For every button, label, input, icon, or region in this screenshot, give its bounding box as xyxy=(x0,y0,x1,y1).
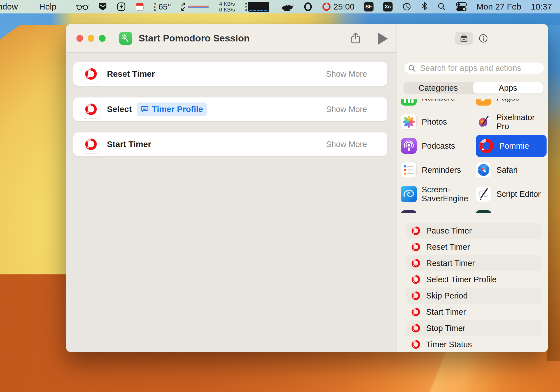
stacked-chevron-icon[interactable] xyxy=(98,2,107,11)
action-item-start-timer[interactable]: Start Timer xyxy=(406,304,542,320)
panel-separator xyxy=(396,213,548,213)
app-grid-viewport[interactable]: Numbers Pages xyxy=(396,99,548,213)
temperature-sensor[interactable]: SEN 65° xyxy=(154,2,171,11)
pommie-ring-icon xyxy=(411,242,421,252)
sf-symbols-badge[interactable]: SF xyxy=(364,2,374,11)
show-more-button[interactable]: Show More xyxy=(326,105,367,114)
pixelmator-pro-app-icon xyxy=(476,114,491,130)
timer-profile-token[interactable]: Timer Profile xyxy=(137,102,207,116)
app-grid-row: Podcasts Pommie xyxy=(401,134,548,158)
pommie-ring-icon xyxy=(411,275,421,284)
library-toggle-button[interactable] xyxy=(455,32,473,45)
app-tile-pixelmator-pro[interactable]: Pixelmator Pro xyxy=(476,110,547,134)
app-tile-pages[interactable]: Pages xyxy=(476,99,547,110)
cpu-meter[interactable]: CPU xyxy=(244,2,269,12)
action-title: Reset Timer xyxy=(107,69,155,79)
window-title: Start Pomodoro Session xyxy=(139,24,250,53)
network-arrows-icon[interactable] xyxy=(181,3,210,11)
history-icon[interactable] xyxy=(402,2,412,11)
action-card-start-timer[interactable]: Start Timer Show More xyxy=(73,132,387,156)
shortcut-editor: Reset Timer Show More Select Timer Profi… xyxy=(66,53,396,352)
run-shortcut-button[interactable] xyxy=(378,33,388,45)
wallpaper-right-edge xyxy=(547,13,560,361)
cut-app-icon xyxy=(476,210,491,213)
action-title: Start Timer xyxy=(107,139,151,149)
action-item-stop-timer[interactable]: Stop Timer xyxy=(406,320,542,336)
tab-apps[interactable]: Apps xyxy=(473,82,543,94)
menu-help[interactable]: Help xyxy=(39,2,57,11)
app-grid-row xyxy=(401,206,548,213)
action-card-reset-timer[interactable]: Reset Timer Show More xyxy=(73,62,387,86)
podcasts-app-icon xyxy=(401,138,417,154)
lightning-app-icon[interactable] xyxy=(117,2,126,11)
pommie-ring-icon xyxy=(411,291,421,300)
pommie-menubar-timer[interactable]: 25:00 xyxy=(322,2,354,11)
cut-app-icon xyxy=(401,210,417,213)
tab-categories[interactable]: Categories xyxy=(403,82,473,94)
cpu-label: CPU xyxy=(244,3,247,11)
action-card-select-timer-profile[interactable]: Select Timer Profile Show More xyxy=(73,97,387,121)
pommie-ring-icon xyxy=(411,323,421,333)
search-input[interactable] xyxy=(403,62,544,74)
token-label: Timer Profile xyxy=(152,104,203,114)
app-tile-podcasts[interactable]: Podcasts xyxy=(401,134,473,158)
show-more-button[interactable]: Show More xyxy=(326,69,367,79)
network-speed[interactable]: 4 KB/s0 KB/s xyxy=(219,1,235,13)
genie-lamp-icon[interactable] xyxy=(280,2,294,11)
app-tile-safari[interactable]: Safari xyxy=(476,158,547,182)
action-item-select-timer-profile[interactable]: Select Timer Profile xyxy=(406,271,542,288)
minimize-button[interactable] xyxy=(88,35,94,42)
menubar-date[interactable]: Mon 27 Feb xyxy=(477,2,521,11)
show-more-button[interactable]: Show More xyxy=(326,140,367,149)
reminders-app-icon xyxy=(401,162,417,178)
menubar-clock[interactable]: 10:37 xyxy=(531,2,552,11)
timer-value: 25:00 xyxy=(333,2,354,11)
app-grid-row: Reminders Safari xyxy=(401,158,548,182)
app-tile-script-editor[interactable]: Script Editor xyxy=(476,182,547,206)
pommie-action-icon xyxy=(82,135,100,153)
script-editor-app-icon xyxy=(476,186,491,202)
menu-window-partial[interactable]: ndow xyxy=(0,2,18,11)
xcode-badge[interactable]: Xc xyxy=(383,2,393,11)
zoom-button[interactable] xyxy=(99,35,106,42)
action-item-pause-timer[interactable]: Pause Timer xyxy=(406,223,542,239)
pommie-ring-icon xyxy=(411,226,421,235)
shortcut-icon xyxy=(119,32,132,45)
search-icon xyxy=(408,64,416,73)
action-item-timer-status[interactable]: Timer Status xyxy=(406,336,542,352)
info-button[interactable] xyxy=(478,33,488,43)
sensor-label: SEN xyxy=(154,3,157,11)
photos-app-icon xyxy=(401,114,417,130)
control-center-icon[interactable] xyxy=(456,2,467,11)
shortcuts-window: Start Pomodoro Session Reset Timer Show … xyxy=(66,24,548,352)
close-button[interactable] xyxy=(76,35,83,42)
pommie-ring-icon xyxy=(411,340,421,349)
ring-icon[interactable] xyxy=(304,2,312,11)
menu-bar: ndow Help SEN 65° 4 KB/s0 KB/s CPU xyxy=(0,0,560,13)
app-tile-reminders[interactable]: Reminders xyxy=(401,158,473,182)
numbers-app-icon xyxy=(401,99,417,106)
app-grid-row: Photos Pixelmator Pro xyxy=(401,110,548,134)
share-button[interactable] xyxy=(349,32,362,45)
action-item-skip-period[interactable]: Skip Period xyxy=(406,288,542,304)
calendar-icon[interactable] xyxy=(135,2,144,11)
app-tile-pommie-selected[interactable]: Pommie xyxy=(476,135,547,157)
action-library-panel: Categories Apps Numbers xyxy=(396,24,548,352)
glasses-icon[interactable] xyxy=(76,3,89,10)
app-tile-cut-left[interactable] xyxy=(401,206,473,213)
spotlight-search-icon[interactable] xyxy=(437,2,446,11)
safari-app-icon xyxy=(476,162,491,178)
action-item-reset-timer[interactable]: Reset Timer xyxy=(406,239,542,255)
app-grid-row: Numbers Pages xyxy=(401,99,548,110)
action-item-restart-timer[interactable]: Restart Timer xyxy=(406,255,542,271)
app-actions-list: Pause Timer Reset Timer Restart Timer Se… xyxy=(406,223,542,352)
app-tile-cut-right[interactable] xyxy=(476,206,547,213)
app-tile-photos[interactable]: Photos xyxy=(401,110,473,134)
search-field-wrap xyxy=(403,62,544,74)
action-title: Select xyxy=(107,104,132,114)
pommie-action-icon xyxy=(82,65,100,83)
bluetooth-icon[interactable] xyxy=(421,2,428,11)
app-tile-screensaverengine[interactable]: Screen-SaverEngine xyxy=(401,182,473,206)
wallpaper-top-strip xyxy=(0,13,560,25)
app-tile-numbers[interactable]: Numbers xyxy=(401,99,473,110)
